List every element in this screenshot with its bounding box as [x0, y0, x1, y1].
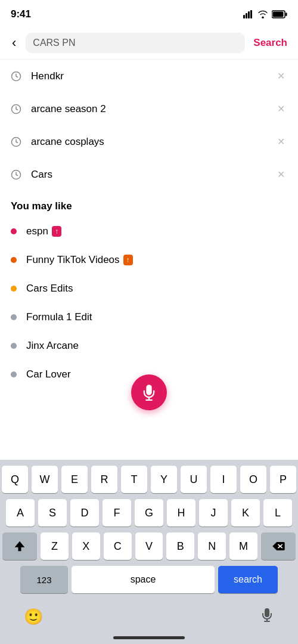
key-j[interactable]: J	[199, 499, 228, 527]
key-n[interactable]: N	[198, 532, 226, 560]
you-may-like-header: You may like	[0, 191, 298, 217]
key-a[interactable]: A	[6, 499, 35, 527]
key-x[interactable]: X	[72, 532, 100, 560]
clock-icon	[11, 169, 21, 180]
search-input-value: CARS PN	[33, 38, 75, 48]
battery-icon	[272, 10, 287, 18]
clock-icon	[11, 104, 21, 114]
key-v[interactable]: V	[135, 532, 163, 560]
key-w[interactable]: W	[32, 466, 58, 493]
key-t[interactable]: T	[121, 466, 147, 493]
suggestion-dot	[11, 257, 17, 263]
search-action-button[interactable]: Search	[251, 35, 290, 51]
signal-icon	[243, 10, 254, 18]
status-bar: 9:41	[0, 0, 298, 26]
keyboard-row-2: A S D F G H J K L	[2, 499, 296, 527]
suggestion-label: Formula 1 Edit	[26, 311, 92, 323]
mic-icon	[141, 384, 157, 401]
key-l[interactable]: L	[263, 499, 292, 527]
suggestion-dot	[11, 286, 17, 292]
suggestion-label: Car Lover	[26, 369, 71, 380]
key-g[interactable]: G	[135, 499, 163, 527]
key-q[interactable]: Q	[2, 466, 28, 493]
suggestion-dot	[11, 371, 17, 377]
shift-key[interactable]	[2, 532, 37, 560]
status-time: 9:41	[11, 8, 31, 20]
key-o[interactable]: O	[240, 466, 266, 493]
mic-button[interactable]	[131, 374, 167, 410]
recent-item-label: Cars	[31, 169, 275, 181]
suggestion-label: Jinx Arcane	[26, 340, 79, 352]
wifi-icon	[257, 10, 268, 18]
suggestion-item[interactable]: Funny TikTok Videos ↑	[0, 246, 298, 274]
key-s[interactable]: S	[38, 499, 67, 527]
suggestion-dot	[11, 343, 17, 349]
key-h[interactable]: H	[167, 499, 195, 527]
key-k[interactable]: K	[231, 499, 260, 527]
recent-search-list: Hendkr ✕ arcane season 2 ✕ arcane cospla…	[0, 60, 298, 191]
svg-rect-6	[273, 12, 284, 17]
delete-key[interactable]	[261, 532, 296, 560]
emoji-key[interactable]: 🙂	[24, 608, 43, 626]
status-icons	[243, 10, 287, 18]
numbers-key[interactable]: 123	[20, 566, 68, 593]
key-i[interactable]: I	[210, 466, 237, 493]
suggestion-item[interactable]: espn ↑	[0, 217, 298, 246]
key-d[interactable]: D	[70, 499, 99, 527]
suggestion-label: Cars Edits	[26, 283, 73, 295]
svg-rect-1	[246, 13, 247, 18]
remove-recent-button[interactable]: ✕	[275, 134, 287, 150]
recent-item-label: arcane season 2	[31, 103, 275, 115]
remove-recent-button[interactable]: ✕	[275, 68, 287, 84]
key-z[interactable]: Z	[41, 532, 69, 560]
suggestion-dot	[11, 228, 17, 234]
trending-badge: ↑	[52, 226, 61, 237]
svg-rect-5	[285, 13, 287, 16]
mic-key[interactable]	[260, 608, 274, 626]
suggestion-label: Funny TikTok Videos ↑	[26, 254, 133, 266]
svg-rect-0	[243, 15, 245, 18]
suggestion-dot	[11, 314, 17, 320]
remove-recent-button[interactable]: ✕	[275, 101, 287, 117]
svg-rect-2	[248, 11, 250, 18]
list-item[interactable]: Hendkr ✕	[0, 60, 298, 92]
keyboard-row-4: 123 space search	[2, 566, 296, 593]
suggestion-item[interactable]: Formula 1 Edit	[0, 303, 298, 332]
home-indicator	[113, 636, 185, 639]
remove-recent-button[interactable]: ✕	[275, 166, 287, 182]
search-bar-row: ‹ CARS PN Search	[0, 26, 298, 60]
trending-badge: ↑	[123, 255, 133, 265]
key-c[interactable]: C	[104, 532, 132, 560]
key-b[interactable]: B	[166, 532, 194, 560]
svg-rect-3	[250, 10, 252, 18]
suggestion-item[interactable]: Jinx Arcane	[0, 332, 298, 360]
back-button[interactable]: ‹	[8, 33, 20, 53]
suggestions-list: espn ↑ Funny TikTok Videos ↑ Cars Edits …	[0, 217, 298, 389]
home-indicator-row	[0, 634, 298, 644]
key-p[interactable]: P	[270, 466, 296, 493]
key-e[interactable]: E	[61, 466, 88, 493]
key-m[interactable]: M	[229, 532, 257, 560]
recent-item-label: Hendkr	[31, 70, 275, 82]
keyboard-row-1: Q W E R T Y U I O P	[2, 466, 296, 493]
list-item[interactable]: arcane cosplays ✕	[0, 125, 298, 158]
search-key[interactable]: search	[218, 566, 278, 593]
suggestion-item[interactable]: Cars Edits	[0, 274, 298, 303]
list-item[interactable]: arcane season 2 ✕	[0, 92, 298, 125]
key-f[interactable]: F	[103, 499, 131, 527]
recent-item-label: arcane cosplays	[31, 136, 275, 148]
keyboard: Q W E R T Y U I O P A S D F G H J K L	[0, 460, 298, 644]
key-r[interactable]: R	[91, 466, 117, 493]
clock-icon	[11, 71, 21, 82]
keyboard-bottom-bar: 🙂	[0, 602, 298, 634]
space-key[interactable]: space	[72, 566, 215, 593]
list-item[interactable]: Cars ✕	[0, 158, 298, 191]
suggestion-label: espn ↑	[26, 225, 61, 237]
clock-icon	[11, 137, 21, 147]
key-y[interactable]: Y	[151, 466, 177, 493]
search-input-box[interactable]: CARS PN	[26, 33, 245, 53]
key-u[interactable]: U	[181, 466, 207, 493]
keyboard-row-3: Z X C V B N M	[2, 532, 296, 560]
